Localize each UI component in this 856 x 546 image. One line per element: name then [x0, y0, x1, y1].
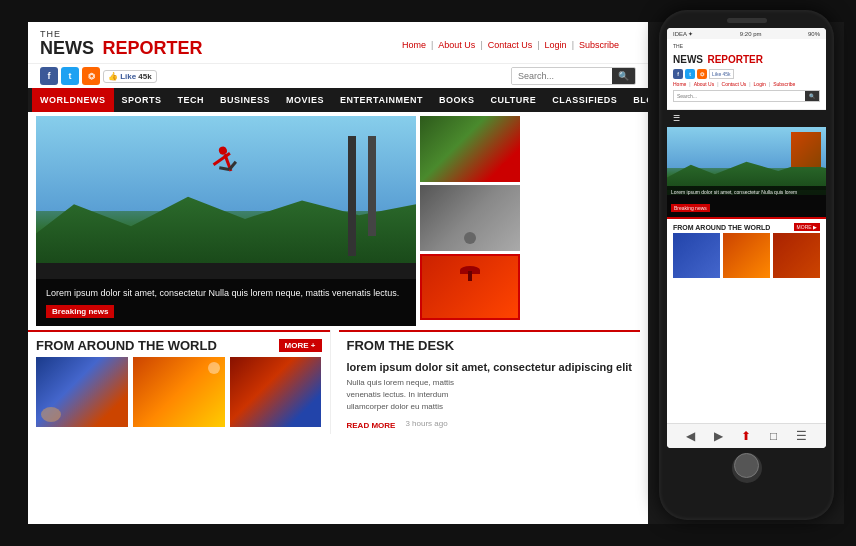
search-button[interactable]: 🔍 [612, 68, 635, 84]
twitter-icon[interactable]: t [61, 67, 79, 85]
desk-body-1: Nulla quis lorem neque, mattis [347, 377, 633, 389]
read-more-link[interactable]: READ MORE [347, 421, 396, 430]
phone-hero: Lorem ipsum dolor sit amet, consectetur … [667, 127, 826, 217]
phone-fb-icon[interactable]: f [673, 69, 683, 79]
main-content: Lorem ipsum dolor sit amet, consectetur … [28, 112, 648, 330]
phone-logo: THE NEWS REPORTER [673, 43, 820, 67]
thumbnail-stack [420, 116, 520, 326]
phone-logo-news: NEWS [673, 54, 703, 65]
phone-search-bar[interactable]: 🔍 [673, 90, 820, 102]
nav-home[interactable]: Home [397, 40, 431, 50]
nav-worldnews[interactable]: WORLDNEWS [32, 88, 114, 112]
phone-back-icon[interactable]: ◀ [686, 429, 695, 443]
from-world-more[interactable]: MORE + [279, 339, 322, 352]
like-count: 45k [138, 72, 151, 81]
from-desk-header: FROM THE DESK [339, 330, 641, 357]
phone-mockup: IDEA ✦ 9:20 pm 90% THE NEWS REPORTER f t… [659, 10, 844, 530]
thumbnail-3[interactable] [420, 254, 520, 320]
article-thumb-2[interactable] [133, 357, 225, 427]
phone-share-icon[interactable]: ⬆ [741, 429, 751, 443]
desk-body-3: ullamcorper dolor eu mattis [347, 401, 633, 413]
from-desk-content: lorem ipsum dolor sit amet, consectetur … [339, 357, 641, 434]
nav-tech[interactable]: TECH [170, 88, 213, 112]
hero-section: Lorem ipsum dolor sit amet, consectetur … [36, 116, 416, 326]
phone-article-3[interactable] [773, 233, 820, 278]
phone-home-circle [734, 453, 759, 478]
phone-battery: 90% [808, 31, 820, 37]
phone-article-1[interactable] [673, 233, 720, 278]
phone-like-box[interactable]: Like 45k [709, 69, 734, 79]
social-icons: f t ⏣ 👍 Like 45k [40, 67, 157, 85]
phone-forward-icon[interactable]: ▶ [714, 429, 723, 443]
from-desk-title: FROM THE DESK [347, 338, 455, 353]
phone-header: THE NEWS REPORTER f t ⏣ Like 45k Home | … [667, 39, 826, 110]
breaking-badge: Breaking news [46, 305, 114, 318]
nav-about[interactable]: About Us [433, 40, 480, 50]
search-bar[interactable]: 🔍 [511, 67, 636, 85]
articles-row [28, 357, 330, 433]
from-desk-section: FROM THE DESK lorem ipsum dolor sit amet… [331, 330, 649, 434]
like-box[interactable]: 👍 Like 45k [103, 70, 157, 83]
phone-hero-thumbnail [791, 132, 821, 167]
phone-nav-bar: ☰ [667, 110, 826, 127]
phone-hamburger-icon[interactable]: ☰ [673, 114, 680, 123]
desk-article-title: lorem ipsum dolor sit amet, consectetur … [347, 361, 633, 373]
website-preview: THE NEWS REPORTER Home | About Us | Cont… [28, 22, 648, 524]
phone-article-2[interactable] [723, 233, 770, 278]
site-header: THE NEWS REPORTER Home | About Us | Cont… [28, 22, 648, 64]
nav-books[interactable]: BOOKS [431, 88, 483, 112]
nav-blogs[interactable]: BLOGS [625, 88, 648, 112]
desk-body-2: venenatis lectus. In interdum [347, 389, 633, 401]
article-thumb-3[interactable] [230, 357, 322, 427]
phone-breaking-badge: Breaking news [671, 204, 710, 212]
phone-home-button[interactable] [732, 453, 762, 483]
hero-overlay: Lorem ipsum dolor sit amet, consectetur … [36, 279, 416, 326]
nav-bar: WORLDNEWS SPORTS TECH BUSINESS MOVIES EN… [28, 88, 648, 112]
phone-rss-icon[interactable]: ⏣ [697, 69, 707, 79]
phone-search-input[interactable] [674, 91, 805, 101]
top-nav: Home | About Us | Contact Us | Login | S… [385, 36, 636, 52]
phone-section-title: FROM AROUND THE WORLD [673, 224, 770, 231]
phone-search-button[interactable]: 🔍 [805, 91, 819, 101]
phone-outer: IDEA ✦ 9:20 pm 90% THE NEWS REPORTER f t… [659, 10, 834, 520]
nav-business[interactable]: BUSINESS [212, 88, 278, 112]
phone-top-nav: Home | About Us | Contact Us | Login | S… [673, 81, 820, 87]
from-world-section: FROM AROUND THE WORLD MORE + [28, 330, 331, 434]
article-thumb-1[interactable] [36, 357, 128, 427]
nav-login[interactable]: Login [540, 40, 572, 50]
phone-status-bar: IDEA ✦ 9:20 pm 90% [667, 28, 826, 39]
logo-news: NEWS [40, 38, 94, 58]
phone-more-btn[interactable]: MORE ▶ [794, 223, 820, 231]
phone-articles-row [667, 233, 826, 282]
phone-bottom-bar: ◀ ▶ ⬆ □ ☰ [667, 423, 826, 448]
phone-tw-icon[interactable]: t [685, 69, 695, 79]
thumbnail-1[interactable] [420, 116, 520, 182]
from-world-header: FROM AROUND THE WORLD MORE + [28, 330, 330, 357]
phone-speaker [727, 18, 767, 23]
phone-social-icons: f t ⏣ Like 45k [673, 69, 820, 79]
nav-entertainment[interactable]: ENTERTAINMENT [332, 88, 431, 112]
phone-screen: IDEA ✦ 9:20 pm 90% THE NEWS REPORTER f t… [667, 28, 826, 448]
nav-contact[interactable]: Contact Us [483, 40, 538, 50]
from-world-title: FROM AROUND THE WORLD [36, 338, 217, 353]
hero-caption: Lorem ipsum dolor sit amet, consectetur … [46, 287, 406, 300]
nav-classifieds[interactable]: CLASSIFIEDS [544, 88, 625, 112]
thumbnail-2[interactable] [420, 185, 520, 251]
like-label: 👍 Like [108, 72, 136, 81]
logo-reporter: REPORTER [102, 38, 202, 58]
nav-subscribe[interactable]: Subscribe [574, 40, 624, 50]
phone-bookmark-icon[interactable]: □ [770, 429, 777, 443]
rss-icon[interactable]: ⏣ [82, 67, 100, 85]
phone-tabs-icon[interactable]: ☰ [796, 429, 807, 443]
site-logo: THE NEWS REPORTER [40, 30, 202, 57]
hero-image: Lorem ipsum dolor sit amet, consectetur … [36, 116, 416, 326]
search-input[interactable] [512, 68, 612, 84]
two-column-section: FROM AROUND THE WORLD MORE + [28, 330, 648, 434]
time-ago: 3 hours ago [405, 419, 447, 428]
nav-sports[interactable]: SPORTS [114, 88, 170, 112]
facebook-icon[interactable]: f [40, 67, 58, 85]
nav-movies[interactable]: MOVIES [278, 88, 332, 112]
nav-culture[interactable]: CULTURE [482, 88, 544, 112]
phone-logo-reporter: REPORTER [707, 54, 763, 65]
phone-carrier: IDEA ✦ [673, 30, 693, 37]
